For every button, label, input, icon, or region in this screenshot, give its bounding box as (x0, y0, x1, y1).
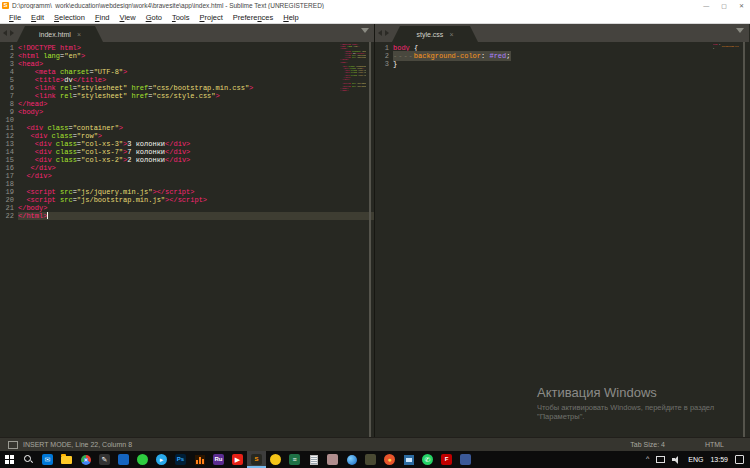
tab-scroll-right-icon[interactable] (10, 30, 14, 36)
search-icon-glyph (24, 455, 33, 464)
syntax-status[interactable]: HTML (705, 441, 724, 448)
clock[interactable]: 13:59 (710, 456, 728, 463)
search-icon[interactable] (19, 451, 38, 468)
orange-dot-app-icon-glyph: ● (384, 454, 395, 465)
menu-item-file[interactable]: File (4, 13, 26, 22)
blue-window-app-icon[interactable] (399, 451, 418, 468)
menu-item-preferences[interactable]: Preferences (228, 13, 278, 22)
selected-text[interactable]: ----background-color: #red; (393, 52, 510, 60)
code-line[interactable]: <script src="js/jquery.min.js"></script> (18, 188, 374, 196)
code-line[interactable]: <script src="js/bootstrap.min.js"></scri… (18, 196, 374, 204)
purple-app-icon[interactable]: Ru (209, 451, 228, 468)
youtube-icon[interactable]: ▶ (228, 451, 247, 468)
maximize-button[interactable]: ▢ (721, 2, 727, 10)
tab-scroll-right-icon[interactable] (385, 30, 389, 36)
gray-app-icon-glyph (327, 454, 338, 465)
blue-app2-icon[interactable] (456, 451, 475, 468)
cursor-position-status[interactable]: INSERT MODE, Line 22, Column 8 (23, 441, 630, 448)
code-line[interactable]: <!DOCTYPE html> (18, 44, 374, 52)
code-line[interactable]: <div class="container"> (18, 124, 374, 132)
system-tray: ^ ENG 13:59 (646, 455, 750, 464)
menu-item-goto[interactable]: Goto (141, 13, 167, 22)
blue-app-icon[interactable] (114, 451, 133, 468)
code-line[interactable]: <html lang="en"> (18, 52, 374, 60)
code-line[interactable]: <head> (18, 60, 374, 68)
code-line[interactable]: } (393, 60, 749, 68)
menu-item-edit[interactable]: Edit (26, 13, 49, 22)
tab-size-status[interactable]: Tab Size: 4 (630, 441, 665, 448)
code-line[interactable] (18, 116, 374, 124)
scrollbar[interactable] (369, 42, 371, 437)
orange-dot-app-icon[interactable]: ● (380, 451, 399, 468)
line-number: 16 (0, 164, 14, 172)
start-button[interactable] (0, 451, 19, 468)
volume-tray-icon[interactable] (672, 456, 681, 464)
red-adobe-app-icon[interactable]: F (437, 451, 456, 468)
file-explorer-icon[interactable] (57, 451, 76, 468)
photoshop-icon[interactable]: Ps (171, 451, 190, 468)
line-number: 14 (0, 148, 14, 156)
code-line[interactable]: <link rel="stylesheet" href="css/bootstr… (18, 84, 374, 92)
audio-app-icon[interactable] (190, 451, 209, 468)
code-line[interactable]: <div class="col-xs-2">2 колонки</div> (18, 156, 374, 164)
gray-app-icon[interactable] (323, 451, 342, 468)
blue-app-icon-glyph (118, 454, 129, 465)
tab-bar-right: style.css × (375, 24, 749, 42)
menu-item-project[interactable]: Project (194, 13, 227, 22)
menu-item-help[interactable]: Help (278, 13, 303, 22)
pen-tool-icon[interactable]: ✎ (95, 451, 114, 468)
code-editor[interactable]: body {----background-color: #red;} (393, 42, 749, 437)
code-line[interactable]: </body> (18, 204, 374, 212)
globe-app-icon[interactable] (342, 451, 361, 468)
tab-overflow-icon[interactable] (361, 28, 369, 33)
code-line[interactable]: </div> (18, 172, 374, 180)
action-center-icon[interactable] (735, 455, 744, 464)
tab-scroll-left-icon[interactable] (378, 30, 382, 36)
code-line[interactable]: <div class="col-xs-7">7 колонки</div> (18, 148, 374, 156)
minimap[interactable]: <!DOCTYPE html><html lang="en"><head> <m… (340, 44, 366, 92)
code-line[interactable]: body { (393, 44, 749, 52)
tray-expand-icon[interactable]: ^ (646, 455, 649, 462)
tab-close-icon[interactable]: × (77, 31, 81, 38)
code-line[interactable]: </div> (18, 164, 374, 172)
tab-scroll-left-icon[interactable] (3, 30, 7, 36)
mail-icon[interactable]: ✉ (38, 451, 57, 468)
tab-index-html[interactable]: index.html × (17, 26, 103, 42)
tab-close-icon[interactable]: × (449, 31, 453, 38)
keyboard-language[interactable]: ENG (688, 456, 703, 463)
code-line[interactable]: <div class="col-xs-3">3 колонки</div> (18, 140, 374, 148)
dark-app-icon[interactable] (361, 451, 380, 468)
line-number: 12 (0, 132, 14, 140)
code-line[interactable]: </head> (18, 100, 374, 108)
tab-style-css[interactable]: style.css × (392, 26, 478, 42)
lamp-app-icon[interactable] (266, 451, 285, 468)
chrome-icon[interactable] (76, 451, 95, 468)
display-tray-icon[interactable] (656, 456, 665, 463)
globe-app-icon-glyph (347, 455, 357, 465)
menu-item-find[interactable]: Find (90, 13, 115, 22)
tab-overflow-icon[interactable] (736, 28, 744, 33)
minimize-button[interactable]: — (703, 2, 709, 10)
sublime-text-icon[interactable]: S (247, 451, 266, 468)
code-line[interactable]: <div class="row"> (18, 132, 374, 140)
menu-item-view[interactable]: View (115, 13, 141, 22)
telegram-icon[interactable]: ▸ (152, 451, 171, 468)
code-line[interactable]: <title>dv</title> (18, 76, 374, 84)
code-line[interactable]: <meta charset="UTF-8"> (18, 68, 374, 76)
menu-item-tools[interactable]: Tools (167, 13, 195, 22)
line-number: 9 (0, 108, 14, 116)
green-doc-app-icon[interactable]: ≡ (285, 451, 304, 468)
code-line[interactable]: </html> (18, 212, 374, 220)
code-line[interactable]: <link rel="stylesheet" href="css/style.c… (18, 92, 374, 100)
scrollbar[interactable] (743, 42, 745, 437)
code-editor[interactable]: <!DOCTYPE html><html lang="en"><head> <m… (18, 42, 374, 437)
code-line[interactable] (18, 180, 374, 188)
menu-item-selection[interactable]: Selection (49, 13, 90, 22)
close-button[interactable]: ✕ (739, 2, 744, 10)
green-circle-app-icon[interactable] (133, 451, 152, 468)
code-line[interactable]: <body> (18, 108, 374, 116)
code-line[interactable]: ----background-color: #red; (393, 52, 749, 60)
whatsapp-icon[interactable]: ✆ (418, 451, 437, 468)
minimap[interactable]: body {----background-color: #red;} (713, 44, 739, 51)
notepad-icon[interactable] (304, 451, 323, 468)
